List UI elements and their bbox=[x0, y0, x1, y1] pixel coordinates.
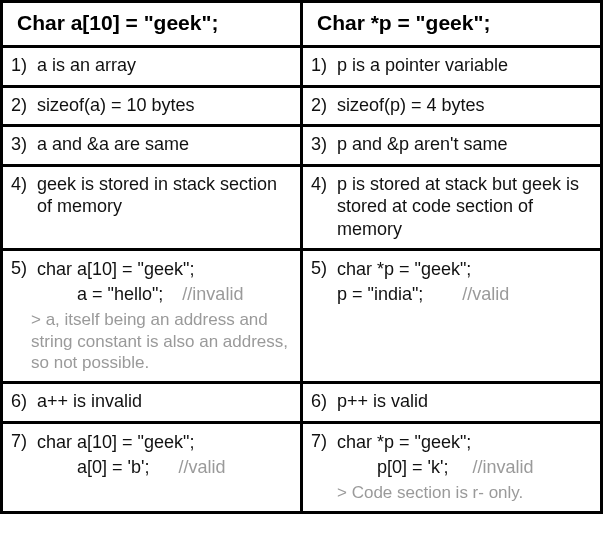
row-number: 7) bbox=[11, 430, 37, 480]
code-line: a[0] = 'b'; bbox=[77, 457, 153, 477]
comment-text: //invalid bbox=[472, 457, 533, 477]
code-line: p = "india"; bbox=[337, 284, 427, 304]
row-number: 5) bbox=[311, 257, 337, 307]
row-number: 1) bbox=[11, 54, 37, 77]
cell-text: sizeof(a) = 10 bytes bbox=[37, 94, 292, 117]
table-row: 3) a and &a are same 3) p and &p aren't … bbox=[2, 126, 602, 166]
code-line: char a[10] = "geek"; bbox=[37, 430, 292, 455]
row-number: 4) bbox=[11, 173, 37, 218]
code-line: char *p = "geek"; bbox=[337, 430, 592, 455]
comment-text: //valid bbox=[178, 457, 225, 477]
code-line: p[0] = 'k'; bbox=[377, 457, 452, 477]
code-line: char a[10] = "geek"; bbox=[37, 257, 292, 282]
row-number: 1) bbox=[311, 54, 337, 77]
header-left: Char a[10] = "geek"; bbox=[2, 2, 302, 47]
cell-text: p and &p aren't same bbox=[337, 133, 592, 156]
cell-text: a++ is invalid bbox=[37, 390, 292, 413]
row-number: 3) bbox=[11, 133, 37, 156]
table-row: 7) char a[10] = "geek"; a[0] = 'b'; //va… bbox=[2, 422, 602, 513]
table-row: 6) a++ is invalid 6) p++ is valid bbox=[2, 383, 602, 423]
comparison-table: Char a[10] = "geek"; Char *p = "geek"; 1… bbox=[0, 0, 603, 514]
code-line: a = "hello"; bbox=[77, 284, 167, 304]
row-number: 2) bbox=[311, 94, 337, 117]
cell-text: sizeof(p) = 4 bytes bbox=[337, 94, 592, 117]
cell-text: a is an array bbox=[37, 54, 292, 77]
table-row: 2) sizeof(a) = 10 bytes 2) sizeof(p) = 4… bbox=[2, 86, 602, 126]
table-row: 5) char a[10] = "geek"; a = "hello"; //i… bbox=[2, 250, 602, 383]
table-row: 4) geek is stored in stack section of me… bbox=[2, 165, 602, 250]
header-right: Char *p = "geek"; bbox=[302, 2, 602, 47]
cell-text: geek is stored in stack section of memor… bbox=[37, 173, 292, 218]
table-row: 1) a is an array 1) p is a pointer varia… bbox=[2, 47, 602, 87]
row-number: 5) bbox=[11, 257, 37, 307]
cell-text: p is stored at stack but geek is stored … bbox=[337, 173, 592, 241]
row-number: 3) bbox=[311, 133, 337, 156]
row-number: 6) bbox=[311, 390, 337, 413]
row-number: 6) bbox=[11, 390, 37, 413]
row-number: 4) bbox=[311, 173, 337, 241]
comment-text: //valid bbox=[462, 284, 509, 304]
cell-text: a and &a are same bbox=[37, 133, 292, 156]
cell-text: p++ is valid bbox=[337, 390, 592, 413]
note-text: > a, itself being an address and string … bbox=[11, 309, 292, 373]
comment-text: //invalid bbox=[182, 284, 243, 304]
code-line: char *p = "geek"; bbox=[337, 257, 592, 282]
row-number: 7) bbox=[311, 430, 337, 480]
cell-text: p is a pointer variable bbox=[337, 54, 592, 77]
row-number: 2) bbox=[11, 94, 37, 117]
note-text: > Code section is r- only. bbox=[311, 482, 592, 503]
